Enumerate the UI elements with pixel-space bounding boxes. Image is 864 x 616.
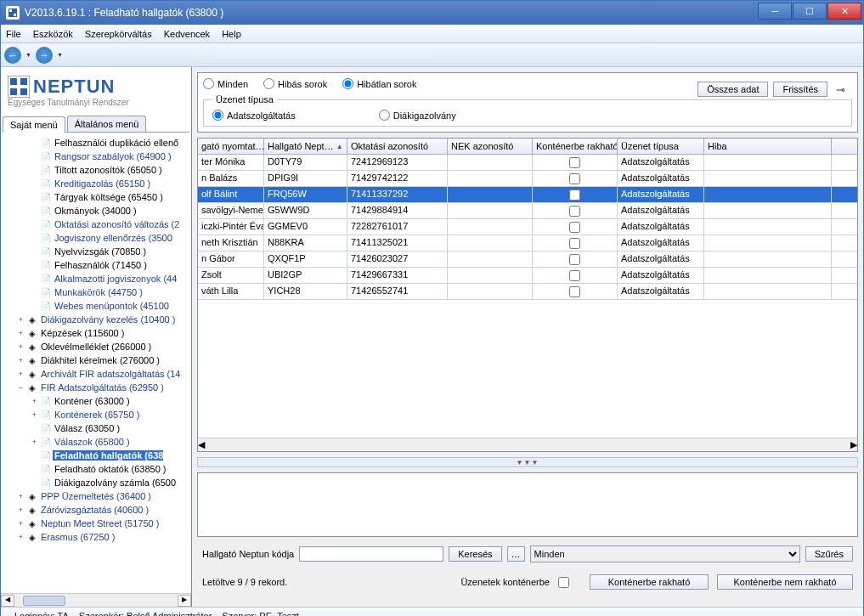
- pin-icon[interactable]: ⊸: [833, 83, 849, 96]
- tree-node[interactable]: +◈Erasmus (67250 ): [3, 530, 189, 544]
- radio-bad[interactable]: Hibás sorok: [263, 78, 327, 89]
- grid-scroll-left[interactable]: ◀: [198, 439, 205, 450]
- column-header[interactable]: Konténerbe rakható: [533, 138, 618, 154]
- tree-node[interactable]: 📄Felhasználók (71450 ): [3, 258, 189, 272]
- scroll-left-button[interactable]: ◀: [1, 595, 14, 607]
- expand-icon[interactable]: −: [16, 383, 25, 392]
- expand-icon[interactable]: +: [16, 506, 25, 514]
- tree-node[interactable]: 📄Okmányok (34000 ): [3, 204, 189, 218]
- expand-icon[interactable]: +: [16, 356, 25, 365]
- radio-card[interactable]: Diákigazolvány: [379, 110, 456, 121]
- message-area[interactable]: [197, 472, 858, 537]
- expand-icon[interactable]: +: [16, 370, 25, 378]
- tree-node[interactable]: 📄Webes menüpontok (45100: [3, 299, 189, 313]
- tree-node[interactable]: +◈Neptun Meet Street (51750 ): [3, 517, 189, 530]
- tree-node[interactable]: +◈Diákhitel kérelmek (276000 ): [3, 353, 189, 367]
- tree-node[interactable]: +◈Archivált FIR adatszolgáltatás (14: [3, 367, 189, 381]
- tree-node[interactable]: 📄Tiltott azonosítók (65050 ): [3, 163, 189, 177]
- row-checkbox[interactable]: [569, 157, 580, 168]
- nav-tree[interactable]: 📄Felhasználói duplikáció ellenő📄Rangsor …: [1, 133, 191, 593]
- expand-icon[interactable]: +: [16, 533, 25, 541]
- search-dropdown[interactable]: Minden: [530, 545, 800, 562]
- tree-node[interactable]: +◈Diákigazolvány kezelés (10400 ): [3, 313, 189, 326]
- expand-icon[interactable]: +: [30, 410, 39, 419]
- sidebar-hscrollbar[interactable]: ◀ ▶: [1, 593, 191, 607]
- expand-icon[interactable]: +: [16, 329, 25, 337]
- row-checkbox[interactable]: [569, 254, 580, 265]
- tab-own-menu[interactable]: Saját menü: [3, 116, 65, 133]
- table-row[interactable]: neth KrisztiánN88KRA71411325021Adatszolg…: [198, 235, 857, 251]
- grid-body[interactable]: ter MónikaD0TY7972412969123Adatszolgálta…: [198, 155, 857, 438]
- expand-icon[interactable]: +: [16, 492, 25, 500]
- scroll-right-button[interactable]: ▶: [178, 595, 191, 607]
- grid-hscrollbar[interactable]: ◀ ▶: [198, 438, 857, 451]
- nav-back-dropdown[interactable]: ▼: [23, 52, 34, 58]
- table-row[interactable]: váth LillaYICH2871426552741Adatszolgálta…: [198, 284, 857, 300]
- maximize-button[interactable]: ☐: [793, 3, 827, 20]
- scroll-thumb[interactable]: [23, 596, 65, 606]
- table-row[interactable]: ZsoltUBI2GP71429667331Adatszolgáltatás: [198, 268, 857, 284]
- tree-node[interactable]: 📄Tárgyak költsége (65450 ): [3, 190, 189, 204]
- menu-file[interactable]: File: [6, 29, 21, 39]
- tree-node[interactable]: 📄Munkakörök (44750 ): [3, 285, 189, 299]
- nav-forward-button[interactable]: →: [36, 47, 53, 64]
- column-header[interactable]: Üzenet típusa: [618, 138, 704, 154]
- all-data-button[interactable]: Összes adat: [697, 82, 768, 97]
- row-checkbox[interactable]: [569, 206, 580, 217]
- column-header[interactable]: Hallgató Nept…▲: [264, 138, 347, 154]
- tree-node[interactable]: 📄Kreditigazolás (65150 ): [3, 177, 189, 190]
- tree-node[interactable]: +📄Konténer (63000 ): [3, 394, 189, 408]
- table-row[interactable]: n BalázsDPIG9I71429742122Adatszolgáltatá…: [198, 171, 857, 187]
- row-checkbox[interactable]: [569, 173, 580, 184]
- to-container-button[interactable]: Konténerbe rakható: [590, 574, 709, 590]
- minimize-button[interactable]: ─: [758, 3, 792, 20]
- table-row[interactable]: iczki-Pintér ÉvaGGMEV072282761017Adatszo…: [198, 219, 857, 235]
- row-checkbox[interactable]: [569, 238, 580, 249]
- tree-node[interactable]: 📄Felhasználói duplikáció ellenő: [3, 136, 189, 150]
- column-header[interactable]: NEK azonosító: [448, 138, 533, 154]
- nav-forward-dropdown[interactable]: ▼: [54, 52, 65, 58]
- expand-icon[interactable]: +: [30, 438, 39, 446]
- menu-fav[interactable]: Kedvencek: [164, 29, 210, 39]
- table-row[interactable]: olf BálintFRQ56W71411337292Adatszolgálta…: [198, 187, 857, 203]
- radio-good[interactable]: Hibátlan sorok: [342, 78, 416, 89]
- msg-to-container-checkbox[interactable]: [558, 577, 569, 588]
- tree-node[interactable]: −◈FIR Adatszolgáltatás (62950 ): [3, 381, 189, 394]
- column-header[interactable]: Oktatási azonosító: [347, 138, 448, 154]
- tree-node[interactable]: +◈PPP Üzemeltetés (36400 ): [3, 489, 189, 503]
- column-header[interactable]: gató nyomtat…: [198, 138, 264, 154]
- row-checkbox[interactable]: [569, 270, 580, 281]
- search-input[interactable]: [299, 546, 443, 562]
- tree-node[interactable]: +◈Oklevélmelléklet (266000 ): [3, 340, 189, 353]
- refresh-button[interactable]: Frissítés: [773, 82, 827, 97]
- nav-back-button[interactable]: ←: [4, 47, 21, 64]
- tree-node[interactable]: +◈Képzések (115600 ): [3, 326, 189, 340]
- radio-data[interactable]: Adatszolgáltatás: [212, 110, 296, 121]
- tree-node[interactable]: 📄Alkalmazotti jogviszonyok (44: [3, 272, 189, 285]
- tab-general-menu[interactable]: Általános menü: [67, 116, 147, 132]
- grid-scroll-right[interactable]: ▶: [850, 439, 857, 450]
- tree-node[interactable]: 📄Oktatási azonosító változás (2: [3, 218, 189, 231]
- expand-icon[interactable]: +: [30, 397, 39, 405]
- tree-node[interactable]: 📄Válasz (63050 ): [3, 421, 189, 435]
- radio-all[interactable]: Minden: [203, 78, 248, 89]
- tree-node[interactable]: 📄Feladható oktatók (63850 ): [3, 462, 189, 476]
- menu-roles[interactable]: Szerepkörváltás: [85, 29, 152, 39]
- close-button[interactable]: ✕: [827, 3, 861, 20]
- splitter[interactable]: ▼▼▼: [197, 457, 858, 467]
- menu-help[interactable]: Help: [222, 29, 241, 39]
- expand-icon[interactable]: +: [16, 315, 25, 324]
- expand-icon[interactable]: +: [16, 342, 25, 351]
- tree-node[interactable]: 📄Feladható hallgatók (638: [3, 449, 189, 462]
- menu-tools[interactable]: Eszközök: [33, 29, 73, 39]
- tree-node[interactable]: +📄Válaszok (65800 ): [3, 435, 189, 449]
- filter-button[interactable]: Szűrés: [805, 546, 853, 562]
- tree-node[interactable]: 📄Rangsor szabályok (64900 ): [3, 150, 189, 163]
- tree-node[interactable]: 📄Jogviszony ellenőrzés (3500: [3, 231, 189, 245]
- browse-button[interactable]: …: [507, 546, 525, 562]
- tree-node[interactable]: +◈Záróvizsgáztatás (40600 ): [3, 503, 189, 517]
- tree-node[interactable]: +📄Konténerek (65750 ): [3, 408, 189, 421]
- row-checkbox[interactable]: [569, 189, 580, 201]
- table-row[interactable]: ter MónikaD0TY7972412969123Adatszolgálta…: [198, 155, 857, 171]
- expand-icon[interactable]: +: [16, 519, 25, 528]
